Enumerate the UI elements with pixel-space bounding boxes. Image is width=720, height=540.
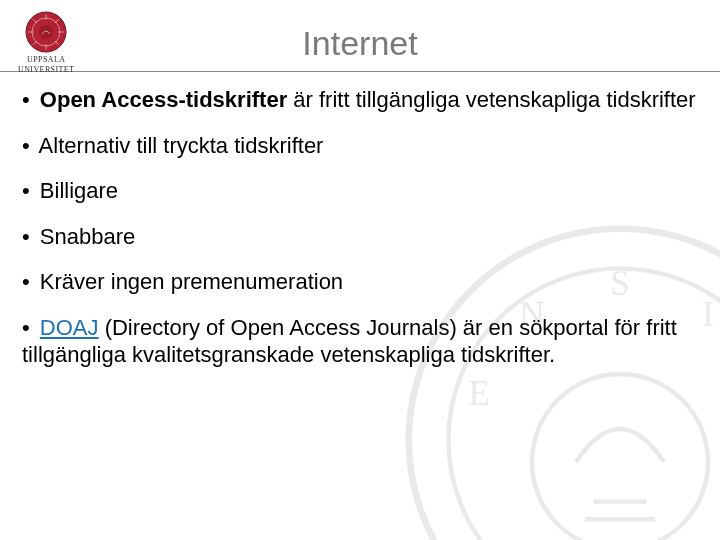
bullet-icon: • xyxy=(22,133,30,158)
bullet-bold: Open Access-tidskrifter xyxy=(40,87,287,112)
list-item: • DOAJ (Directory of Open Access Journal… xyxy=(22,314,698,369)
list-item: • Alternativ till tryckta tidskrifter xyxy=(22,132,698,160)
bullet-icon: • xyxy=(22,178,30,203)
logo-text-top: UPPSALA xyxy=(27,56,65,64)
university-logo: UPPSALA UNIVERSITET xyxy=(18,10,74,74)
list-item: • Kräver ingen premenumeration xyxy=(22,268,698,296)
list-item: • Billigare xyxy=(22,177,698,205)
bullet-text: Billigare xyxy=(40,178,118,203)
bullet-text: Alternativ till tryckta tidskrifter xyxy=(39,133,324,158)
divider xyxy=(0,71,720,72)
bullet-icon: • xyxy=(22,224,30,249)
doaj-link[interactable]: DOAJ xyxy=(40,315,99,340)
bullet-icon: • xyxy=(22,269,30,294)
bullet-text: är fritt tillgängliga vetenskapliga tids… xyxy=(287,87,695,112)
svg-point-7 xyxy=(532,374,708,540)
list-item: • Open Access-tidskrifter är fritt tillg… xyxy=(22,86,698,114)
bullet-text: (Directory of Open Access Journals) är e… xyxy=(22,315,677,368)
logo-text-bottom: UNIVERSITET xyxy=(18,66,74,74)
svg-point-21 xyxy=(39,25,53,39)
bullet-icon: • xyxy=(22,315,30,340)
seal-icon xyxy=(24,10,68,54)
content: • Open Access-tidskrifter är fritt tillg… xyxy=(0,86,720,369)
header: UPPSALA UNIVERSITET Internet xyxy=(0,0,720,72)
list-item: • Snabbare xyxy=(22,223,698,251)
bullet-icon: • xyxy=(22,87,30,112)
page-title: Internet xyxy=(0,24,720,63)
bullet-text: Snabbare xyxy=(40,224,135,249)
svg-text:E: E xyxy=(468,374,490,413)
slide: S I S N E xyxy=(0,0,720,540)
bullet-text: Kräver ingen premenumeration xyxy=(40,269,343,294)
